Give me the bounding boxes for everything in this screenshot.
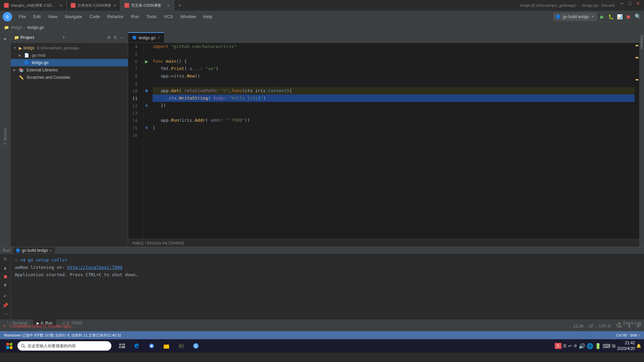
scroll-up-button[interactable]: ▲ bbox=[1, 264, 9, 272]
project-dropdown-icon[interactable]: ▼ bbox=[62, 36, 65, 39]
scroll-down-button[interactable]: ▼ bbox=[1, 281, 9, 289]
rerun-button[interactable]: ↻ bbox=[1, 255, 9, 263]
system-clock[interactable]: 21:42 2020/4/20 bbox=[617, 340, 635, 352]
chrome-button[interactable] bbox=[145, 339, 158, 353]
bottom-status-bar: Markdown 已选中 9字数 1行数 当前行 8, 当前列 11 文章已保存… bbox=[0, 331, 644, 339]
menu-run[interactable]: Run bbox=[128, 13, 143, 20]
maximize-button[interactable]: □ bbox=[627, 0, 633, 7]
notification-button[interactable]: 🔔 bbox=[636, 344, 641, 348]
tree-item-testgo-go[interactable]: 🔵 testgo.go bbox=[11, 59, 128, 66]
import-path: "github.com/kataras/iris" bbox=[171, 43, 237, 50]
taskbar-right: S 英 ↵ ⚙ 🔊 🌐 🔋 ⌨ 输 21:42 2020/4/20 🔔 bbox=[555, 340, 641, 352]
indent-type[interactable]: Tab bbox=[614, 324, 624, 328]
edge-icon bbox=[134, 343, 140, 349]
line-ending[interactable]: LF bbox=[588, 324, 595, 328]
menu-edit[interactable]: Edit bbox=[30, 13, 44, 20]
favorites-star-icon[interactable]: ★ bbox=[3, 36, 7, 42]
code-line-5 bbox=[153, 50, 635, 58]
menu-tools[interactable]: Tools bbox=[143, 13, 160, 20]
tab2-label: 分类专栏-CSDN博客 bbox=[77, 3, 111, 8]
keyboard-icon[interactable]: ⌨ bbox=[603, 343, 610, 349]
browser-tab-2[interactable]: 分类专栏-CSDN博客 ✕ bbox=[67, 0, 120, 11]
run-tab-item[interactable]: 🔵 go build testgo ✕ bbox=[13, 247, 55, 253]
tree-item-gomod[interactable]: ▶ 📄 go.mod bbox=[11, 52, 128, 59]
new-tab-button[interactable]: + bbox=[174, 0, 185, 11]
editor-tab-close[interactable]: ✕ bbox=[157, 36, 160, 40]
breadcrumb-testgo[interactable]: testgo bbox=[11, 25, 22, 30]
editor-tab-testgo[interactable]: 🔵 testgo.go ✕ bbox=[128, 32, 164, 43]
tab3-close[interactable]: ✕ bbox=[167, 4, 170, 7]
tree-item-ext-libs[interactable]: ▶ 📚 External Libraries bbox=[11, 66, 128, 74]
run-tab-close[interactable]: ✕ bbox=[49, 249, 52, 252]
ime-lang-indicator[interactable]: 英 bbox=[563, 343, 567, 349]
gutter-16 bbox=[143, 131, 150, 139]
status-right: 11:36 LF UTF-8 Tab ⬆ ⚙ bbox=[572, 324, 641, 328]
explorer-button[interactable] bbox=[160, 339, 173, 353]
taskbar-search[interactable]: 在这里输入你要搜索的内容 bbox=[17, 341, 111, 351]
svg-text:G: G bbox=[6, 15, 9, 19]
gear-icon[interactable]: ⚙ bbox=[113, 35, 117, 40]
menu-bar: G File Edit View Navigate Code Refactor … bbox=[0, 11, 644, 23]
output-url-link[interactable]: http://localhost:7999 bbox=[67, 265, 122, 270]
settings-icon[interactable]: ⚙ bbox=[635, 324, 641, 328]
tab1-close[interactable]: ✕ bbox=[60, 4, 62, 7]
breadcrumb-file[interactable]: testgo.go bbox=[28, 25, 44, 30]
menu-code[interactable]: Code bbox=[86, 13, 103, 20]
stop-run-button[interactable]: ⏹ bbox=[1, 273, 9, 281]
volume-icon[interactable]: 🔊 bbox=[579, 343, 585, 349]
shurufa-icon[interactable]: 输 bbox=[612, 343, 616, 349]
menu-vcs[interactable]: VCS bbox=[161, 13, 176, 20]
browser-tab-1[interactable]: zhanghc_zht的博客-CSDN博客 ✕ bbox=[0, 0, 67, 11]
code-line-10: app.Get( relativePath: "/",func(ctx iris… bbox=[153, 87, 635, 95]
folder-icon-testgo: ▶ bbox=[19, 46, 22, 51]
run-config-dropdown[interactable]: ▼ bbox=[591, 15, 594, 18]
edge-button[interactable] bbox=[130, 339, 144, 353]
browser-tab-3[interactable]: 写文章-CSDN博客 ✕ bbox=[120, 0, 174, 11]
network-icon[interactable]: 🌐 bbox=[587, 343, 593, 349]
structure-panel-label[interactable]: 2: Structure bbox=[2, 125, 8, 147]
stop-button[interactable]: ⏹ bbox=[625, 13, 632, 20]
run-gutter-6[interactable]: ▶ bbox=[143, 58, 150, 65]
ime-s-indicator[interactable]: S bbox=[555, 343, 561, 349]
terminal-tb-button[interactable]: C:\ bbox=[174, 339, 188, 353]
encoding[interactable]: UTF-8 bbox=[598, 324, 612, 328]
code-line-7: fmt.Print( a...: "aa") bbox=[153, 65, 635, 72]
code-lines[interactable]: import "github.com/kataras/iris" func ma… bbox=[150, 43, 635, 239]
add-icon[interactable]: ⊕ bbox=[107, 35, 111, 40]
menu-refactor[interactable]: Refactor bbox=[104, 13, 127, 20]
start-button[interactable] bbox=[3, 339, 16, 353]
menu-navigate[interactable]: Navigate bbox=[61, 13, 85, 20]
linenum-12: 12 bbox=[128, 102, 140, 109]
soft-wrap-button[interactable]: ↵ bbox=[1, 292, 9, 300]
goland-logo: G bbox=[3, 12, 12, 21]
svg-line-7 bbox=[24, 347, 25, 348]
search-everywhere-button[interactable]: 🔍 bbox=[635, 13, 641, 20]
menu-window[interactable]: Window bbox=[177, 13, 199, 20]
run-button[interactable]: ▶ bbox=[598, 13, 606, 20]
tree-item-testgo[interactable]: ▼ ▶ testgo E:\zht\code\pro_go\testgo bbox=[11, 44, 128, 52]
ime-arrow-icon[interactable]: ↵ bbox=[568, 343, 572, 349]
menu-help[interactable]: Help bbox=[200, 13, 216, 20]
tab2-close[interactable]: ✕ bbox=[113, 4, 116, 7]
minimize-button[interactable]: ─ bbox=[619, 0, 625, 7]
debug-button[interactable]: 🐛 bbox=[607, 13, 614, 20]
code-editor[interactable]: 4 5 6 7 8 9 10 11 12 13 14 15 16 ▶ bbox=[128, 43, 639, 239]
taskbar-app-icons: C:\ G bbox=[115, 339, 203, 353]
run-with-coverage-button[interactable]: 📊 bbox=[616, 13, 623, 20]
battery-icon[interactable]: 🔋 bbox=[595, 343, 601, 349]
goland-tb-button[interactable]: G bbox=[189, 339, 203, 353]
taskview-button[interactable] bbox=[115, 339, 129, 353]
pin-tab-button[interactable]: 📌 bbox=[1, 301, 9, 309]
upload-icon[interactable]: ⬆ bbox=[626, 324, 632, 328]
tree-item-scratches[interactable]: ✏️ Scratches and Consoles bbox=[11, 74, 128, 81]
more-actions-button[interactable]: ⋯ bbox=[1, 310, 9, 318]
menu-file[interactable]: File bbox=[15, 13, 29, 20]
menu-view[interactable]: View bbox=[45, 13, 61, 20]
bottom-tabs: ⬛ Terminal ▶ 4: Run ☑ 6: TODO ● Event Lo… bbox=[0, 319, 644, 327]
database-panel-label[interactable]: Database bbox=[640, 32, 644, 52]
ime-settings[interactable]: ⚙ bbox=[574, 344, 577, 348]
cursor-position[interactable]: 11:36 bbox=[572, 324, 585, 328]
goland-tb-icon: G bbox=[193, 343, 199, 349]
collapse-icon[interactable]: — bbox=[120, 35, 124, 40]
close-button[interactable]: ✕ bbox=[635, 0, 641, 7]
